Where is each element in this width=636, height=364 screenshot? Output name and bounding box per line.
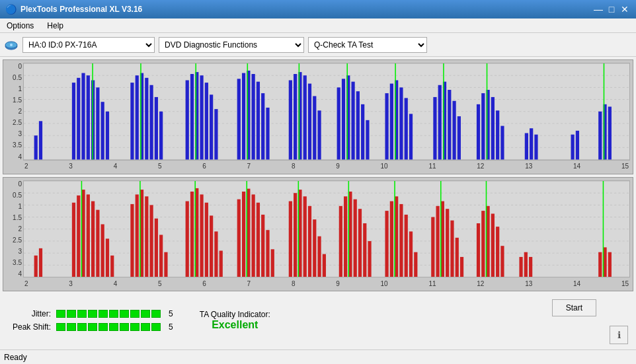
charts-area: 43.532.521.510.50 bbox=[3, 59, 633, 291]
svg-rect-34 bbox=[200, 75, 203, 159]
quality-indicator-label: TA Quality Indicator: bbox=[200, 310, 270, 319]
test-select[interactable]: Q-Check TA Test bbox=[308, 37, 427, 53]
svg-rect-144 bbox=[303, 196, 307, 277]
title-bar: 🔵 PlexTools Professional XL V3.16 — □ ✕ bbox=[0, 0, 636, 18]
peak-shift-label: Peak Shift: bbox=[8, 322, 51, 332]
svg-rect-50 bbox=[303, 75, 307, 159]
svg-rect-12 bbox=[34, 135, 38, 159]
jitter-label: Jitter: bbox=[8, 309, 51, 318]
svg-rect-43 bbox=[257, 82, 260, 160]
svg-rect-139 bbox=[271, 249, 274, 277]
menu-options[interactable]: Options bbox=[3, 20, 38, 32]
main-content: 43.532.521.510.50 bbox=[0, 57, 636, 349]
maximize-button[interactable]: □ bbox=[606, 3, 617, 15]
svg-rect-60 bbox=[361, 104, 364, 160]
svg-rect-19 bbox=[96, 87, 99, 159]
svg-rect-169 bbox=[446, 209, 449, 277]
jitter-bar-8 bbox=[130, 310, 139, 318]
svg-rect-85 bbox=[530, 128, 533, 159]
svg-rect-13 bbox=[39, 121, 42, 159]
svg-rect-15 bbox=[77, 78, 80, 160]
svg-rect-64 bbox=[390, 84, 393, 160]
svg-rect-63 bbox=[385, 93, 388, 159]
svg-rect-181 bbox=[519, 256, 522, 277]
svg-rect-117 bbox=[145, 196, 148, 277]
jitter-bar-6 bbox=[109, 310, 118, 318]
peak-shift-bar-9 bbox=[141, 323, 150, 331]
svg-rect-127 bbox=[205, 202, 208, 277]
svg-rect-20 bbox=[101, 102, 104, 159]
peak-shift-bar-5 bbox=[99, 323, 108, 331]
peak-shift-bar-3 bbox=[77, 323, 87, 331]
bottom-chart: 43.532.521.510.50 bbox=[3, 177, 633, 292]
svg-rect-107 bbox=[87, 194, 90, 277]
svg-rect-186 bbox=[608, 252, 612, 277]
svg-rect-80 bbox=[491, 97, 495, 160]
peak-shift-bar-10 bbox=[151, 323, 161, 331]
metrics-area: Jitter: 5 Peak Shift: bbox=[8, 309, 173, 332]
svg-rect-119 bbox=[155, 218, 158, 277]
svg-rect-58 bbox=[351, 82, 354, 160]
svg-rect-52 bbox=[313, 96, 316, 159]
svg-rect-183 bbox=[529, 256, 532, 277]
svg-rect-102 bbox=[34, 255, 38, 277]
peak-shift-bar-6 bbox=[109, 323, 118, 331]
bottom-panel: Jitter: 5 Peak Shift: bbox=[3, 294, 633, 347]
svg-rect-129 bbox=[214, 231, 218, 277]
svg-rect-148 bbox=[323, 254, 326, 277]
top-chart-y-axis: 43.532.521.510.50 bbox=[5, 63, 23, 161]
svg-rect-151 bbox=[344, 196, 347, 277]
info-button[interactable]: ℹ bbox=[610, 326, 628, 344]
svg-rect-123 bbox=[186, 201, 189, 277]
svg-rect-87 bbox=[571, 135, 575, 160]
svg-rect-71 bbox=[438, 85, 442, 160]
svg-rect-111 bbox=[106, 238, 109, 277]
start-button[interactable]: Start bbox=[552, 299, 596, 316]
jitter-bar-9 bbox=[141, 310, 150, 318]
jitter-bar-4 bbox=[88, 310, 97, 318]
svg-rect-23 bbox=[130, 83, 134, 159]
menu-help[interactable]: Help bbox=[43, 20, 67, 32]
svg-rect-164 bbox=[414, 252, 417, 277]
function-select[interactable]: DVD Diagnostic Functions bbox=[159, 37, 304, 53]
status-text: Ready bbox=[4, 353, 27, 362]
svg-rect-128 bbox=[210, 215, 213, 277]
drive-select[interactable]: HA:0 ID:0 PX-716A bbox=[22, 37, 155, 53]
svg-rect-36 bbox=[210, 94, 213, 159]
svg-rect-17 bbox=[87, 75, 90, 159]
svg-rect-110 bbox=[101, 224, 104, 277]
top-chart-inner bbox=[23, 63, 630, 161]
quality-area: TA Quality Indicator: Excellent bbox=[200, 310, 270, 331]
svg-rect-86 bbox=[534, 135, 537, 160]
svg-rect-77 bbox=[477, 104, 480, 160]
svg-rect-171 bbox=[456, 237, 459, 277]
svg-rect-61 bbox=[366, 120, 369, 160]
peak-shift-row: Peak Shift: 5 bbox=[8, 322, 173, 332]
svg-rect-126 bbox=[200, 194, 203, 277]
svg-rect-137 bbox=[261, 214, 264, 277]
svg-rect-51 bbox=[308, 84, 311, 160]
svg-rect-130 bbox=[219, 250, 223, 277]
svg-rect-178 bbox=[496, 227, 499, 277]
drive-icon bbox=[4, 38, 19, 52]
svg-rect-29 bbox=[159, 112, 163, 160]
svg-rect-124 bbox=[190, 192, 194, 277]
peak-shift-bar-7 bbox=[120, 323, 129, 331]
svg-rect-166 bbox=[431, 217, 434, 277]
close-button[interactable]: ✕ bbox=[619, 3, 631, 15]
svg-rect-84 bbox=[525, 133, 528, 159]
svg-rect-45 bbox=[266, 108, 269, 160]
svg-rect-120 bbox=[159, 235, 163, 277]
jitter-row: Jitter: 5 bbox=[8, 309, 173, 318]
svg-rect-37 bbox=[214, 109, 218, 159]
jitter-value: 5 bbox=[169, 309, 173, 318]
svg-rect-121 bbox=[164, 252, 167, 277]
svg-rect-39 bbox=[237, 79, 241, 159]
svg-rect-167 bbox=[436, 205, 440, 277]
svg-rect-177 bbox=[491, 213, 495, 277]
svg-rect-147 bbox=[317, 236, 321, 277]
svg-rect-161 bbox=[399, 203, 403, 277]
svg-rect-105 bbox=[77, 195, 80, 277]
svg-rect-115 bbox=[136, 194, 139, 277]
minimize-button[interactable]: — bbox=[592, 3, 604, 15]
